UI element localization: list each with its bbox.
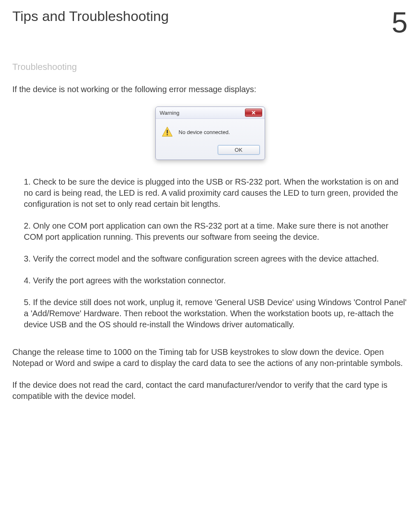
close-icon[interactable] (245, 109, 262, 117)
step-2: 2. Only one COM port application can own… (24, 220, 408, 243)
dialog-titlebar: Warning (156, 107, 265, 119)
warning-dialog: Warning No device connected. OK (155, 106, 265, 160)
svg-rect-2 (166, 134, 168, 135)
warning-icon (162, 126, 173, 138)
dialog-message: No device connected. (179, 129, 230, 135)
step-3: 3. Verify the correct model and the soft… (24, 253, 408, 264)
note-timing: Change the release time to 1000 on the T… (12, 347, 408, 369)
section-subtitle: Troubleshooting (12, 62, 408, 72)
dialog-button-row: OK (156, 143, 265, 160)
step-5: 5. If the device still does not work, un… (24, 297, 408, 330)
troubleshooting-steps: 1. Check to be sure the device is plugge… (12, 176, 408, 330)
note-contact-vendor: If the device does not read the card, co… (12, 380, 408, 402)
ok-button[interactable]: OK (218, 145, 260, 155)
page-title: Tips and Troubleshooting (12, 8, 169, 24)
step-1: 1. Check to be sure the device is plugge… (24, 176, 408, 210)
additional-notes: Change the release time to 1000 on the T… (12, 347, 408, 402)
step-4: 4. Verify the port agrees with the works… (24, 275, 408, 286)
dialog-title: Warning (160, 110, 180, 116)
warning-dialog-figure: Warning No device connected. OK (12, 106, 408, 160)
svg-rect-1 (166, 130, 168, 134)
intro-text: If the device is not working or the foll… (12, 85, 408, 94)
dialog-body: No device connected. (156, 119, 265, 143)
chapter-number: 5 (392, 8, 408, 37)
